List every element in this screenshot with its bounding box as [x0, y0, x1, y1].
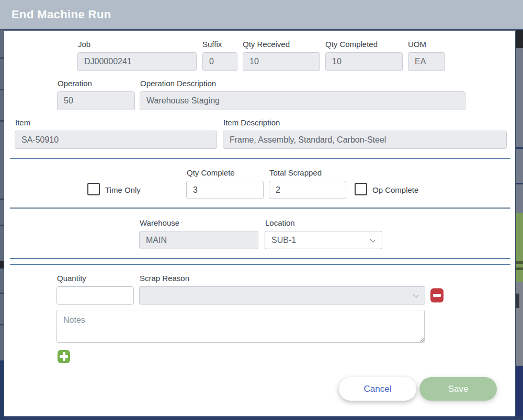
job-field — [77, 52, 197, 71]
minus-icon — [433, 294, 441, 297]
chevron-down-icon — [370, 237, 376, 242]
operation-label: Operation — [58, 79, 92, 88]
background-left-bottom — [0, 360, 4, 420]
section-divider — [10, 207, 510, 209]
operation-description-label: Operation Description — [140, 79, 216, 88]
op-complete-checkbox[interactable] — [355, 183, 367, 195]
qty-received-label: Qty Received — [243, 40, 290, 49]
item-label: Item — [15, 118, 30, 127]
dialog-title: End Machine Run — [12, 8, 111, 21]
operation-description-field — [140, 91, 465, 110]
remove-scrap-row-button[interactable] — [430, 288, 444, 302]
suffix-label: Suffix — [202, 40, 222, 49]
cancel-button[interactable]: Cancel — [339, 377, 416, 401]
dialog-body: Job Suffix Qty Received Qty Completed UO… — [4, 31, 516, 416]
background-bottom-strip — [4, 416, 523, 420]
job-label: Job — [78, 40, 90, 49]
qty-completed-label: Qty Completed — [325, 40, 378, 49]
uom-field — [408, 52, 445, 71]
location-select[interactable]: SUB-1 — [265, 231, 382, 249]
time-only-label: Time Only — [105, 185, 141, 194]
scrap-quantity-label: Quantity — [57, 274, 86, 283]
uom-label: UOM — [408, 40, 426, 49]
scrap-reason-label: Scrap Reason — [140, 274, 189, 283]
item-description-field — [223, 131, 507, 149]
qty-completed-field — [325, 52, 403, 71]
end-machine-run-dialog: End Machine Run Job Suffix Qty Received … — [0, 0, 523, 420]
operation-field — [57, 91, 135, 110]
time-only-checkbox[interactable] — [87, 183, 100, 195]
total-scrapped-input[interactable] — [269, 181, 346, 199]
op-complete-label: Op Complete — [372, 185, 418, 194]
warehouse-label: Warehouse — [140, 218, 179, 227]
item-description-label: Item Description — [223, 118, 280, 127]
background-left-strip — [0, 30, 4, 360]
qty-complete-label: Qty Complete — [187, 168, 235, 177]
background-right-strip — [516, 30, 523, 420]
qty-complete-input[interactable] — [186, 181, 264, 199]
warehouse-field — [139, 231, 258, 249]
item-field — [15, 131, 217, 149]
section-divider — [10, 264, 510, 265]
location-select-value: SUB-1 — [271, 236, 296, 245]
section-divider — [10, 158, 510, 159]
section-divider — [10, 258, 510, 259]
save-button[interactable]: Save — [419, 377, 497, 401]
qty-received-field — [243, 52, 320, 71]
total-scrapped-label: Total Scrapped — [269, 168, 322, 177]
scrap-reason-select[interactable] — [139, 286, 425, 305]
scrap-quantity-input[interactable] — [56, 286, 134, 305]
add-scrap-row-button[interactable] — [58, 350, 70, 363]
chevron-down-icon — [413, 293, 418, 298]
location-label: Location — [265, 218, 295, 227]
suffix-field — [202, 52, 237, 71]
dialog-header: End Machine Run — [0, 0, 523, 30]
scrap-notes-textarea[interactable] — [56, 310, 425, 343]
